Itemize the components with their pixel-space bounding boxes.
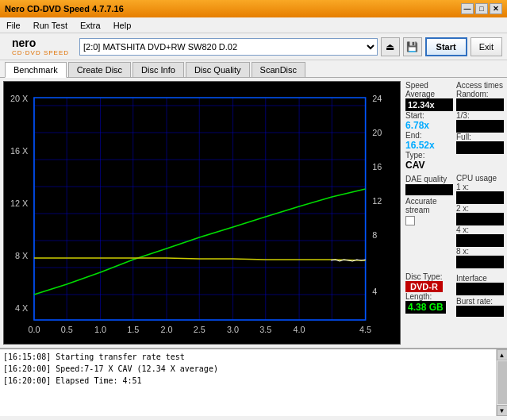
menu-extra[interactable]: Extra [77, 19, 104, 32]
average-value: 12.34x [405, 98, 453, 111]
random-value [456, 98, 504, 111]
tab-disc-quality[interactable]: Disc Quality [186, 62, 250, 77]
dae-label: DAE quality [405, 175, 453, 183]
disc-type-label: Disc Type: [405, 272, 453, 281]
accurate-stream-checkbox[interactable] [405, 216, 415, 225]
scroll-up-button[interactable]: ▲ [497, 349, 508, 360]
scroll-down-button[interactable]: ▼ [497, 405, 508, 416]
tab-scandisc[interactable]: ScanDisc [252, 62, 305, 77]
window-controls: — □ ✕ [461, 3, 502, 14]
tab-benchmark[interactable]: Benchmark [5, 62, 67, 78]
svg-rect-0 [4, 82, 400, 344]
svg-text:20: 20 [372, 129, 382, 137]
close-button[interactable]: ✕ [490, 3, 502, 14]
svg-text:1.0: 1.0 [94, 326, 106, 334]
cpu-8x-value [456, 256, 504, 268]
cpu-1x-value [456, 191, 504, 204]
tab-create-disc[interactable]: Create Disc [68, 62, 131, 77]
one-third-label: 1/3: [456, 111, 504, 120]
menu-help[interactable]: Help [110, 19, 135, 32]
random-label: Random: [456, 90, 504, 98]
svg-text:4.0: 4.0 [294, 326, 305, 334]
chart-area: 20 X 16 X 12 X 8 X 4 X 24 20 16 12 8 4 0… [3, 81, 401, 345]
main-content: 20 X 16 X 12 X 8 X 4 X 24 20 16 12 8 4 0… [0, 78, 507, 348]
one-third-value [456, 120, 504, 133]
log-content: [16:15:08] Starting transfer rate test [… [0, 349, 496, 416]
dae-cpu-section: DAE quality Accurate stream CPU usage 1 … [405, 173, 504, 268]
length-label: Length: [405, 292, 453, 301]
log-line-2: [16:20:00] Speed:7-17 X CAV (12.34 X ave… [3, 363, 493, 375]
maximize-button[interactable]: □ [475, 3, 488, 14]
cpu-2x-value [456, 213, 504, 225]
toolbar: nero CD·DVD SPEED [2:0] MATSHITA DVD+RW … [0, 33, 507, 60]
svg-text:12: 12 [372, 197, 382, 206]
burst-value [456, 306, 504, 317]
end-label: End: [405, 131, 453, 140]
svg-text:2.0: 2.0 [160, 326, 172, 334]
burst-label: Burst rate: [456, 297, 504, 306]
svg-text:3.0: 3.0 [227, 326, 239, 334]
disc-type-badge: DVD-R [405, 281, 443, 292]
svg-text:16: 16 [372, 163, 382, 171]
cpu-1x-label: 1 x: [456, 183, 504, 191]
start-value: 6.78x [405, 120, 453, 131]
length-value: 4.38 GB [405, 301, 446, 314]
logo-sub: CD·DVD SPEED [12, 49, 69, 56]
log-scrollbar: ▲ ▼ [496, 349, 507, 416]
speed-label: Speed [405, 81, 453, 90]
svg-text:2.5: 2.5 [194, 326, 205, 334]
svg-text:3.5: 3.5 [259, 326, 271, 334]
menu-file[interactable]: File [3, 19, 24, 32]
full-value [456, 141, 504, 154]
svg-text:20 X: 20 X [10, 94, 28, 103]
type-label: Type: [405, 151, 453, 160]
right-panel: Speed Average 12.34x Start: 6.78x End: 1… [404, 78, 507, 348]
save-icon-button[interactable]: 💾 [403, 37, 422, 56]
log-line-3: [16:20:00] Elapsed Time: 4:51 [3, 375, 493, 387]
start-label: Start: [405, 111, 453, 120]
menu-run-test[interactable]: Run Test [30, 19, 71, 32]
svg-text:0.5: 0.5 [61, 326, 73, 334]
tab-bar: Benchmark Create Disc Disc Info Disc Qua… [0, 60, 507, 78]
start-button[interactable]: Start [425, 37, 467, 56]
svg-text:8: 8 [372, 231, 377, 240]
speed-section: Speed Average 12.34x Start: 6.78x End: 1… [405, 81, 504, 171]
logo-nero: nero [12, 37, 69, 49]
svg-text:4: 4 [372, 287, 377, 296]
interface-label: Interface [456, 274, 504, 283]
scroll-thumb[interactable] [497, 361, 507, 404]
access-times-label: Access times [456, 81, 504, 90]
app-title: Nero CD-DVD Speed 4.7.7.16 [5, 4, 124, 13]
dae-bar [405, 184, 453, 195]
svg-text:24: 24 [372, 94, 382, 103]
logo: nero CD·DVD SPEED [5, 36, 76, 58]
benchmark-chart: 20 X 16 X 12 X 8 X 4 X 24 20 16 12 8 4 0… [4, 82, 400, 344]
svg-text:0.0: 0.0 [28, 326, 40, 334]
average-label: Average [405, 90, 453, 98]
minimize-button[interactable]: — [461, 3, 474, 14]
svg-text:16 X: 16 X [10, 147, 28, 156]
type-value: CAV [405, 160, 453, 171]
drive-selector[interactable]: [2:0] MATSHITA DVD+RW SW820 D.02 [79, 38, 378, 56]
svg-text:12 X: 12 X [10, 199, 28, 208]
log-line-1: [16:15:08] Starting transfer rate test [3, 351, 493, 363]
cpu-4x-label: 4 x: [456, 225, 504, 234]
svg-text:8 X: 8 X [15, 252, 28, 260]
tab-disc-info[interactable]: Disc Info [133, 62, 184, 77]
menu-bar: File Run Test Extra Help [0, 17, 507, 33]
disc-interface-section: Disc Type: DVD-R Length: 4.38 GB Interfa… [405, 272, 504, 317]
svg-text:4 X: 4 X [15, 304, 28, 313]
title-bar: Nero CD-DVD Speed 4.7.7.16 — □ ✕ [0, 0, 507, 17]
end-value: 16.52x [405, 140, 453, 151]
svg-text:1.5: 1.5 [127, 326, 139, 334]
exit-button[interactable]: Exit [471, 37, 502, 56]
cpu-label: CPU usage [456, 174, 504, 183]
eject-icon-button[interactable]: ⏏ [381, 37, 400, 56]
cpu-4x-value [456, 234, 504, 247]
cpu-8x-label: 8 x: [456, 247, 504, 256]
full-label: Full: [456, 133, 504, 141]
log-area: [16:15:08] Starting transfer rate test [… [0, 348, 507, 416]
interface-value [456, 283, 504, 295]
accurate-stream-label: Accurate stream [405, 197, 453, 214]
svg-text:4.5: 4.5 [359, 326, 371, 334]
